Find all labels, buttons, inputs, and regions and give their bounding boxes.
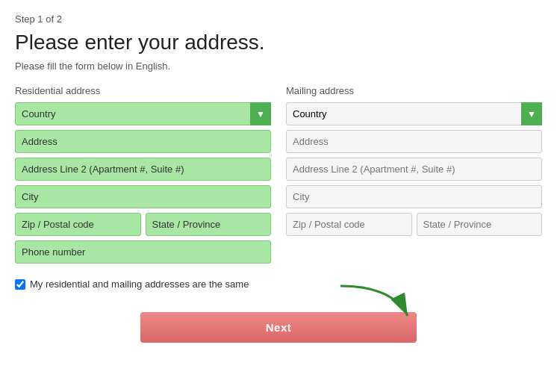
mailing-address-column: Mailing address Country ▼ (286, 85, 542, 268)
residential-zip-input[interactable] (15, 213, 141, 236)
residential-address-field (15, 130, 271, 153)
step-label: Step 1 of 2 (15, 13, 542, 25)
next-arrow-icon (333, 282, 423, 327)
mailing-zip-field (286, 213, 412, 236)
same-address-checkbox[interactable] (15, 279, 25, 290)
residential-address2-field (15, 158, 271, 181)
mailing-zip-state-row (286, 213, 542, 240)
mailing-country-field: Country ▼ (286, 102, 542, 125)
residential-state-input[interactable] (146, 213, 272, 236)
residential-country-select[interactable]: Country (15, 102, 271, 125)
mailing-address2-input[interactable] (286, 158, 542, 181)
residential-state-field (146, 213, 272, 236)
residential-address-column: Residential address Country ▼ (15, 85, 271, 268)
same-address-row: My residential and mailing addresses are… (15, 279, 542, 290)
page-title: Please enter your address. (15, 31, 542, 55)
mailing-address-field (286, 130, 542, 153)
mailing-state-input[interactable] (417, 213, 543, 236)
same-address-label: My residential and mailing addresses are… (30, 279, 249, 290)
page-subtitle: Please fill the form below in English. (15, 60, 542, 72)
mailing-state-field (417, 213, 543, 236)
residential-zip-state-row (15, 213, 271, 240)
residential-phone-input[interactable] (15, 240, 271, 264)
mailing-country-select[interactable]: Country (286, 102, 542, 125)
next-section: Next (15, 305, 542, 343)
residential-address2-input[interactable] (15, 158, 271, 181)
mailing-address2-field (286, 158, 542, 181)
mailing-zip-input[interactable] (286, 213, 412, 236)
mailing-city-field (286, 185, 542, 208)
mailing-city-input[interactable] (286, 185, 542, 208)
residential-section-label: Residential address (15, 85, 271, 96)
mailing-section-label: Mailing address (286, 85, 542, 96)
residential-country-field: Country ▼ (15, 102, 271, 125)
mailing-address-input[interactable] (286, 130, 542, 153)
residential-city-field (15, 185, 271, 208)
arrow-container (333, 282, 423, 327)
residential-zip-field (15, 213, 141, 236)
residential-city-input[interactable] (15, 185, 271, 208)
residential-address-input[interactable] (15, 130, 271, 153)
residential-phone-field (15, 240, 271, 264)
